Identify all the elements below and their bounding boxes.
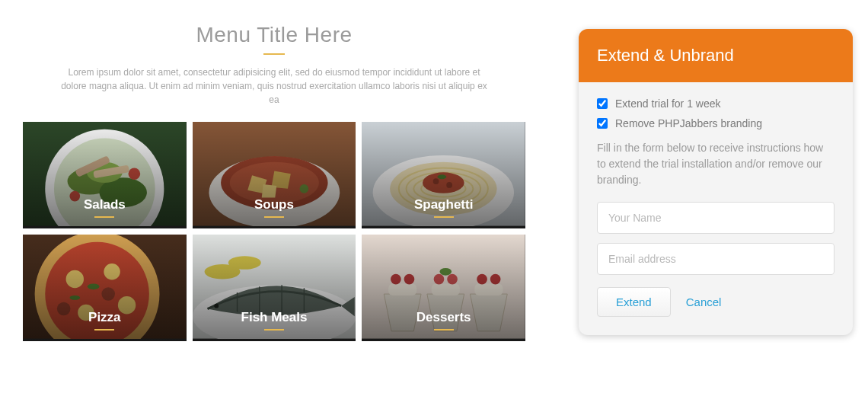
tile-label: Pizza — [23, 310, 187, 331]
menu-tile-fish-meals[interactable]: Fish Meals — [193, 235, 356, 341]
tile-label: Fish Meals — [193, 310, 356, 331]
name-input[interactable] — [597, 202, 834, 234]
menu-tile-spaghetti[interactable]: Spaghetti — [362, 122, 525, 228]
tile-label: Soups — [193, 197, 356, 218]
extend-trial-label: Extend trial for 1 week — [615, 97, 721, 110]
checkbox-row-extend[interactable]: Extend trial for 1 week — [597, 97, 834, 110]
cancel-link[interactable]: Cancel — [686, 295, 722, 308]
menu-tile-salads[interactable]: Salads — [23, 122, 187, 228]
title-underline — [263, 53, 285, 55]
menu-tile-soups[interactable]: Soups — [193, 122, 356, 228]
extend-trial-checkbox[interactable] — [597, 98, 608, 109]
menu-title: Menu Title Here — [23, 23, 525, 47]
extend-button[interactable]: Extend — [597, 287, 671, 317]
menu-description: Lorem ipsum dolor sit amet, consectetur … — [61, 65, 487, 107]
tile-label: Desserts — [362, 310, 525, 331]
menu-grid: Salads Soups — [23, 122, 525, 341]
panel-instructions: Fill in the form below to receive instru… — [597, 140, 834, 188]
email-input[interactable] — [597, 243, 834, 275]
remove-branding-label: Remove PHPJabbers branding — [615, 117, 762, 129]
tile-label: Spaghetti — [362, 197, 525, 218]
checkbox-row-remove[interactable]: Remove PHPJabbers branding — [597, 117, 834, 129]
remove-branding-checkbox[interactable] — [597, 118, 608, 129]
menu-tile-pizza[interactable]: Pizza — [23, 235, 187, 341]
tile-label: Salads — [23, 197, 187, 218]
extend-panel: Extend & Unbrand Extend trial for 1 week… — [579, 29, 853, 335]
menu-tile-desserts[interactable]: Desserts — [362, 235, 525, 341]
panel-title: Extend & Unbrand — [579, 29, 853, 82]
